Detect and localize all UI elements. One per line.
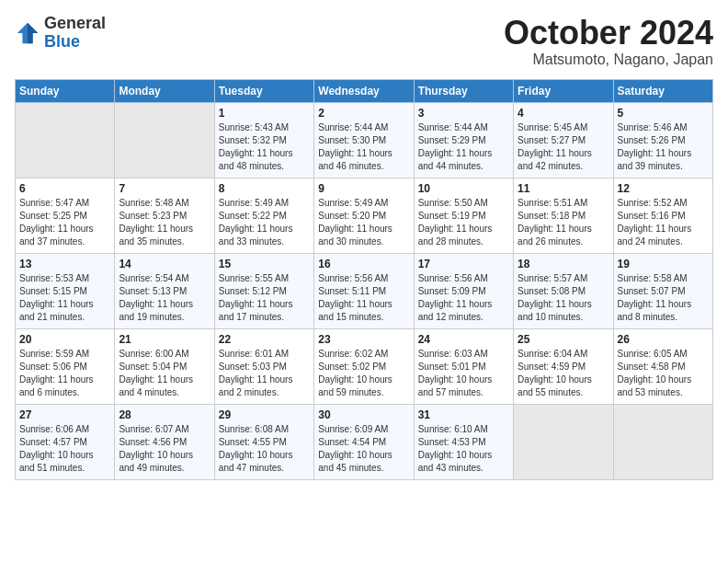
svg-marker-1 xyxy=(28,23,38,43)
column-header-thursday: Thursday xyxy=(414,79,513,102)
day-info: Sunrise: 5:56 AM Sunset: 5:11 PM Dayligh… xyxy=(318,272,409,324)
day-info: Sunrise: 5:49 AM Sunset: 5:20 PM Dayligh… xyxy=(318,197,409,248)
calendar-cell: 16Sunrise: 5:56 AM Sunset: 5:11 PM Dayli… xyxy=(314,253,414,328)
day-info: Sunrise: 5:48 AM Sunset: 5:23 PM Dayligh… xyxy=(119,197,210,248)
day-number: 24 xyxy=(418,333,509,346)
calendar-cell: 13Sunrise: 5:53 AM Sunset: 5:15 PM Dayli… xyxy=(16,253,115,328)
calendar-cell: 4Sunrise: 5:45 AM Sunset: 5:27 PM Daylig… xyxy=(514,102,613,178)
calendar-cell: 23Sunrise: 6:02 AM Sunset: 5:02 PM Dayli… xyxy=(314,328,414,404)
day-info: Sunrise: 6:07 AM Sunset: 4:56 PM Dayligh… xyxy=(119,423,210,475)
calendar-cell xyxy=(514,404,613,479)
day-number: 21 xyxy=(119,333,210,346)
page-header: General Blue October 2024 Matsumoto, Nag… xyxy=(15,15,713,68)
calendar-cell: 29Sunrise: 6:08 AM Sunset: 4:55 PM Dayli… xyxy=(214,404,313,479)
day-number: 10 xyxy=(418,182,509,195)
location-text: Matsumoto, Nagano, Japan xyxy=(504,52,713,68)
day-number: 2 xyxy=(318,107,409,120)
calendar-cell: 1Sunrise: 5:43 AM Sunset: 5:32 PM Daylig… xyxy=(214,102,313,178)
calendar-cell: 8Sunrise: 5:49 AM Sunset: 5:22 PM Daylig… xyxy=(214,178,313,253)
day-info: Sunrise: 5:45 AM Sunset: 5:27 PM Dayligh… xyxy=(518,121,609,173)
day-number: 15 xyxy=(219,258,310,270)
day-info: Sunrise: 5:44 AM Sunset: 5:29 PM Dayligh… xyxy=(418,121,509,173)
calendar-cell: 15Sunrise: 5:55 AM Sunset: 5:12 PM Dayli… xyxy=(214,253,313,328)
calendar-cell: 25Sunrise: 6:04 AM Sunset: 4:59 PM Dayli… xyxy=(514,328,613,404)
day-info: Sunrise: 5:46 AM Sunset: 5:26 PM Dayligh… xyxy=(618,121,709,173)
day-number: 25 xyxy=(518,333,609,346)
week-row-1: 1Sunrise: 5:43 AM Sunset: 5:32 PM Daylig… xyxy=(16,102,713,178)
day-number: 19 xyxy=(618,258,709,270)
calendar-cell: 6Sunrise: 5:47 AM Sunset: 5:25 PM Daylig… xyxy=(16,178,115,253)
week-row-5: 27Sunrise: 6:06 AM Sunset: 4:57 PM Dayli… xyxy=(16,404,713,479)
calendar-cell: 30Sunrise: 6:09 AM Sunset: 4:54 PM Dayli… xyxy=(314,404,414,479)
day-info: Sunrise: 6:09 AM Sunset: 4:54 PM Dayligh… xyxy=(318,423,409,475)
day-number: 26 xyxy=(618,333,709,346)
day-info: Sunrise: 6:05 AM Sunset: 4:58 PM Dayligh… xyxy=(618,348,709,399)
calendar-cell: 17Sunrise: 5:56 AM Sunset: 5:09 PM Dayli… xyxy=(414,253,513,328)
day-number: 22 xyxy=(219,333,310,346)
day-number: 4 xyxy=(518,107,609,120)
column-header-saturday: Saturday xyxy=(613,79,712,102)
calendar-cell: 28Sunrise: 6:07 AM Sunset: 4:56 PM Dayli… xyxy=(115,404,214,479)
calendar-cell: 7Sunrise: 5:48 AM Sunset: 5:23 PM Daylig… xyxy=(115,178,214,253)
calendar-cell xyxy=(16,102,115,178)
day-info: Sunrise: 5:49 AM Sunset: 5:22 PM Dayligh… xyxy=(219,197,310,248)
day-info: Sunrise: 5:50 AM Sunset: 5:19 PM Dayligh… xyxy=(418,197,509,248)
day-number: 7 xyxy=(119,182,210,195)
day-number: 6 xyxy=(19,182,110,195)
day-number: 13 xyxy=(19,258,110,270)
calendar-cell: 5Sunrise: 5:46 AM Sunset: 5:26 PM Daylig… xyxy=(613,102,712,178)
week-row-4: 20Sunrise: 5:59 AM Sunset: 5:06 PM Dayli… xyxy=(16,328,713,404)
day-info: Sunrise: 6:02 AM Sunset: 5:02 PM Dayligh… xyxy=(318,348,409,399)
day-info: Sunrise: 5:47 AM Sunset: 5:25 PM Dayligh… xyxy=(19,197,110,248)
calendar-table: SundayMondayTuesdayWednesdayThursdayFrid… xyxy=(15,79,713,480)
calendar-cell: 3Sunrise: 5:44 AM Sunset: 5:29 PM Daylig… xyxy=(414,102,513,178)
day-number: 3 xyxy=(418,107,509,120)
day-number: 1 xyxy=(219,107,310,120)
calendar-cell: 31Sunrise: 6:10 AM Sunset: 4:53 PM Dayli… xyxy=(414,404,513,479)
day-number: 8 xyxy=(219,182,310,195)
calendar-cell: 9Sunrise: 5:49 AM Sunset: 5:20 PM Daylig… xyxy=(314,178,414,253)
day-number: 12 xyxy=(618,182,709,195)
calendar-body: 1Sunrise: 5:43 AM Sunset: 5:32 PM Daylig… xyxy=(16,102,713,479)
day-number: 14 xyxy=(119,258,210,270)
week-row-2: 6Sunrise: 5:47 AM Sunset: 5:25 PM Daylig… xyxy=(16,178,713,253)
calendar-header-row: SundayMondayTuesdayWednesdayThursdayFrid… xyxy=(16,79,713,102)
calendar-cell xyxy=(115,102,214,178)
day-info: Sunrise: 5:54 AM Sunset: 5:13 PM Dayligh… xyxy=(119,272,210,324)
column-header-wednesday: Wednesday xyxy=(314,79,414,102)
day-number: 31 xyxy=(418,408,509,421)
day-info: Sunrise: 6:04 AM Sunset: 4:59 PM Dayligh… xyxy=(518,348,609,399)
calendar-cell: 14Sunrise: 5:54 AM Sunset: 5:13 PM Dayli… xyxy=(115,253,214,328)
calendar-cell: 21Sunrise: 6:00 AM Sunset: 5:04 PM Dayli… xyxy=(115,328,214,404)
column-header-monday: Monday xyxy=(115,79,214,102)
day-number: 23 xyxy=(318,333,409,346)
day-info: Sunrise: 5:51 AM Sunset: 5:18 PM Dayligh… xyxy=(518,197,609,248)
calendar-cell: 11Sunrise: 5:51 AM Sunset: 5:18 PM Dayli… xyxy=(514,178,613,253)
logo-blue-text: Blue xyxy=(44,32,80,51)
logo: General Blue xyxy=(15,15,106,52)
calendar-cell: 18Sunrise: 5:57 AM Sunset: 5:08 PM Dayli… xyxy=(514,253,613,328)
calendar-cell: 22Sunrise: 6:01 AM Sunset: 5:03 PM Dayli… xyxy=(214,328,313,404)
title-block: October 2024 Matsumoto, Nagano, Japan xyxy=(504,15,713,68)
day-number: 11 xyxy=(518,182,609,195)
day-info: Sunrise: 6:03 AM Sunset: 5:01 PM Dayligh… xyxy=(418,348,509,399)
day-info: Sunrise: 6:01 AM Sunset: 5:03 PM Dayligh… xyxy=(219,348,310,399)
calendar-cell: 27Sunrise: 6:06 AM Sunset: 4:57 PM Dayli… xyxy=(16,404,115,479)
day-info: Sunrise: 5:43 AM Sunset: 5:32 PM Dayligh… xyxy=(219,121,310,173)
day-number: 17 xyxy=(418,258,509,270)
day-info: Sunrise: 5:52 AM Sunset: 5:16 PM Dayligh… xyxy=(618,197,709,248)
month-title: October 2024 xyxy=(504,15,713,52)
column-header-sunday: Sunday xyxy=(16,79,115,102)
day-number: 29 xyxy=(219,408,310,421)
day-info: Sunrise: 6:08 AM Sunset: 4:55 PM Dayligh… xyxy=(219,423,310,475)
day-number: 30 xyxy=(318,408,409,421)
day-number: 20 xyxy=(19,333,110,346)
day-info: Sunrise: 6:06 AM Sunset: 4:57 PM Dayligh… xyxy=(19,423,110,475)
calendar-cell: 12Sunrise: 5:52 AM Sunset: 5:16 PM Dayli… xyxy=(613,178,712,253)
day-info: Sunrise: 5:44 AM Sunset: 5:30 PM Dayligh… xyxy=(318,121,409,173)
week-row-3: 13Sunrise: 5:53 AM Sunset: 5:15 PM Dayli… xyxy=(16,253,713,328)
calendar-cell: 19Sunrise: 5:58 AM Sunset: 5:07 PM Dayli… xyxy=(613,253,712,328)
day-number: 16 xyxy=(318,258,409,270)
column-header-tuesday: Tuesday xyxy=(214,79,313,102)
logo-icon xyxy=(15,20,40,46)
